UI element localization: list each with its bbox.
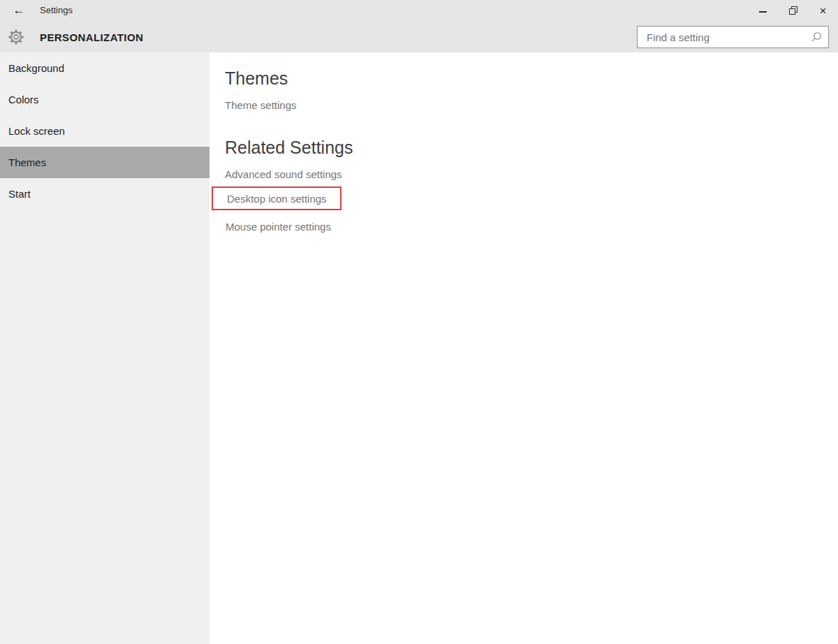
back-button[interactable]: ←	[7, 0, 31, 21]
minimize-icon	[759, 11, 767, 13]
link-mouse-pointer-settings[interactable]: Mouse pointer settings	[226, 220, 331, 234]
settings-window: ← Settings × PERSONALIZATION	[0, 0, 838, 644]
page-title: PERSONALIZATION	[40, 30, 143, 45]
link-advanced-sound-settings[interactable]: Advanced sound settings	[225, 168, 342, 182]
search-box	[637, 26, 829, 48]
link-theme-settings[interactable]: Theme settings	[225, 98, 297, 112]
restore-icon	[789, 6, 797, 15]
top-chrome: ← Settings × PERSONALIZATION	[0, 0, 838, 52]
close-icon: ×	[820, 5, 827, 17]
sidebar-item-colors[interactable]: Colors	[0, 84, 210, 115]
sidebar-item-themes[interactable]: Themes	[0, 147, 210, 178]
gear-icon	[8, 29, 24, 45]
window-controls: ×	[748, 0, 838, 21]
highlight-annotation-box: Desktop icon settings	[212, 186, 341, 210]
restore-button[interactable]	[778, 0, 808, 21]
content-pane: Themes Theme settings Related Settings A…	[210, 52, 838, 644]
window-title: Settings	[40, 0, 73, 21]
back-arrow-icon: ←	[13, 3, 25, 17]
minimize-button[interactable]	[748, 0, 778, 21]
close-button[interactable]: ×	[808, 0, 838, 21]
sidebar-item-start[interactable]: Start	[0, 178, 210, 210]
link-desktop-icon-settings[interactable]: Desktop icon settings	[213, 188, 340, 210]
sidebar-item-lock-screen[interactable]: Lock screen	[0, 115, 210, 147]
section-heading-themes: Themes	[225, 67, 288, 90]
sidebar-item-background[interactable]: Background	[0, 52, 210, 84]
section-heading-related-settings: Related Settings	[225, 136, 353, 159]
sidebar: Background Colors Lock screen Themes Sta…	[0, 52, 210, 644]
search-input[interactable]	[638, 27, 828, 47]
